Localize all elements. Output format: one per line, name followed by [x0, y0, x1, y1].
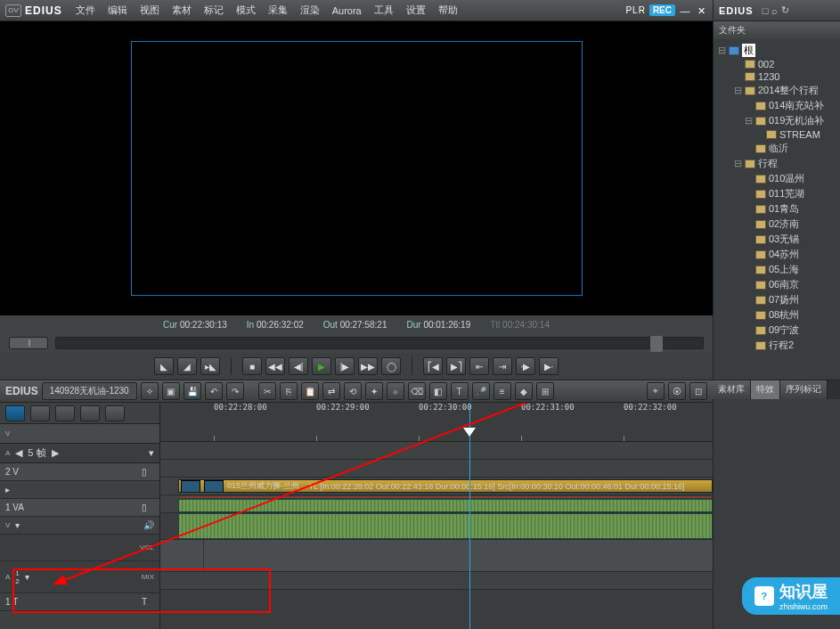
track-head-1t[interactable]: 1 T T: [0, 593, 159, 611]
marker-button[interactable]: ◆: [515, 382, 533, 400]
tree-toggle-icon[interactable]: [744, 219, 753, 230]
delete-button[interactable]: ⌫: [408, 382, 426, 400]
tree-toggle-icon[interactable]: [744, 295, 753, 306]
video-clip[interactable]: 015兰州威力狮-兰州 TL [In:00:22:28:02 Out:00:22…: [178, 479, 713, 493]
play-button[interactable]: ▶: [312, 357, 331, 375]
playhead[interactable]: [469, 403, 470, 629]
mode-ripple-button[interactable]: [80, 405, 100, 421]
tree-item[interactable]: 行程2: [717, 338, 836, 353]
tree-toggle-icon[interactable]: [744, 249, 753, 260]
goto-in-button[interactable]: ▸◣: [200, 357, 220, 375]
effects-button[interactable]: ≡: [493, 382, 511, 400]
timeline-ruler[interactable]: 00:22:28:00 00:22:29:00 00:22:30:00 00:2…: [160, 403, 713, 442]
mode-snap-button[interactable]: [105, 405, 125, 421]
group-button[interactable]: ⊡: [689, 382, 707, 400]
menu-mode[interactable]: 模式: [232, 4, 260, 17]
ripple-button[interactable]: ⇄: [322, 382, 340, 400]
replace-button[interactable]: ⟲: [344, 382, 362, 400]
tree-item[interactable]: 010温州: [717, 171, 836, 186]
copy-button[interactable]: ⎘: [280, 382, 298, 400]
shuttle-knob[interactable]: [9, 337, 48, 349]
tree-item[interactable]: 1230: [717, 70, 836, 83]
jump-prev-button[interactable]: ⇤: [469, 357, 489, 375]
zoom-next-button[interactable]: ▶: [52, 447, 59, 459]
slider-marker[interactable]: [650, 336, 663, 352]
search-icon[interactable]: ⌕: [771, 5, 778, 16]
tree-item[interactable]: 06南京: [717, 277, 836, 292]
tree-toggle-icon[interactable]: [744, 174, 753, 184]
track-row-1va-audio[interactable]: 015兰州威力狮-兰州 TL [In:00:22:28:02 Out:00:22…: [160, 495, 713, 513]
refresh-icon[interactable]: ↻: [781, 4, 789, 16]
tree-toggle-icon[interactable]: [744, 101, 753, 111]
tab-seq-markers[interactable]: 序列标记: [780, 380, 828, 399]
tree-item[interactable]: 08杭州: [717, 307, 836, 323]
render-button[interactable]: ⊞: [536, 382, 554, 400]
nudge-right-button[interactable]: ▶·: [539, 357, 559, 375]
menu-capture[interactable]: 采集: [264, 4, 292, 17]
menu-tools[interactable]: 工具: [370, 4, 398, 17]
stop-button[interactable]: ■: [242, 357, 262, 375]
menu-clip[interactable]: 素材: [167, 4, 196, 17]
folder-icon[interactable]: □: [763, 5, 769, 16]
track-head-1va-sub[interactable]: V ▾ 🔊: [0, 517, 159, 535]
video-toggle-icon[interactable]: ▯: [142, 502, 154, 513]
tree-item[interactable]: 014南充站补: [717, 98, 836, 113]
tree-toggle-icon[interactable]: [744, 265, 753, 275]
title-toggle-icon[interactable]: T: [142, 597, 154, 608]
track-row-1va-video[interactable]: 015兰州威力狮-兰州 TL [In:00:22:28:02 Out:00:22…: [160, 478, 713, 495]
undo-button[interactable]: ↶: [205, 382, 223, 400]
snap-button[interactable]: ⌖: [647, 382, 665, 400]
tree-toggle-icon[interactable]: [744, 143, 753, 154]
track-head-2v-sub[interactable]: ▸: [0, 481, 159, 499]
tree-item[interactable]: 01青岛: [717, 201, 836, 216]
expand-icon[interactable]: ▸: [5, 485, 10, 494]
menu-view[interactable]: 视图: [135, 4, 164, 17]
set-in-button[interactable]: ◣: [154, 357, 174, 375]
tree-toggle-icon[interactable]: [733, 71, 742, 82]
tree-item[interactable]: 02济南: [717, 216, 836, 232]
tree-toggle-icon[interactable]: [744, 340, 753, 351]
track-row-2v[interactable]: [160, 442, 713, 460]
menu-file[interactable]: 文件: [71, 4, 100, 17]
menu-help[interactable]: 帮助: [434, 4, 462, 17]
menu-edit[interactable]: 编辑: [103, 4, 132, 17]
tree-toggle-icon[interactable]: [744, 325, 753, 336]
tree-toggle-icon[interactable]: ⊟: [733, 158, 742, 169]
expand-icon[interactable]: ▾: [15, 520, 20, 530]
prev-edit-button[interactable]: ⎡◀: [423, 357, 443, 375]
menu-marker[interactable]: 标记: [200, 4, 228, 17]
tree-item[interactable]: 04苏州: [717, 247, 836, 262]
collapse-icon[interactable]: ⊟: [717, 45, 726, 56]
tree-item[interactable]: 05上海: [717, 262, 836, 277]
loop-button[interactable]: ◯: [381, 357, 401, 375]
forward-button[interactable]: ▶▶: [358, 357, 378, 375]
open-button[interactable]: ▣: [162, 382, 180, 400]
paste-button[interactable]: 📋: [301, 382, 319, 400]
tree-item[interactable]: 临沂: [717, 141, 836, 156]
prev-frame-button[interactable]: ◀|: [289, 357, 308, 375]
tree-item[interactable]: 011芜湖: [717, 186, 836, 201]
track-row-vol[interactable]: [160, 513, 713, 540]
tree-toggle-icon[interactable]: [744, 280, 753, 290]
expand-icon[interactable]: ▾: [25, 572, 29, 582]
transition-button[interactable]: ◧: [429, 382, 447, 400]
tree-item[interactable]: 03无锡: [717, 232, 836, 247]
close-button[interactable]: ✕: [695, 4, 707, 17]
track-head-vol[interactable]: VOL: [0, 535, 159, 561]
tree-root[interactable]: ⊟ 根: [717, 43, 836, 58]
split-button[interactable]: ✦: [365, 382, 383, 400]
speaker-icon[interactable]: 🔊: [143, 520, 154, 530]
trim-button[interactable]: ⟐: [387, 382, 404, 400]
tree-toggle-icon[interactable]: [744, 234, 753, 245]
track-row-1t[interactable]: [160, 572, 713, 590]
minimize-button[interactable]: —: [679, 4, 691, 17]
redo-button[interactable]: ↷: [226, 382, 244, 400]
rewind-button[interactable]: ◀◀: [265, 357, 285, 375]
audio-waveform[interactable]: [178, 513, 713, 539]
tree-item[interactable]: 002: [717, 58, 836, 70]
tree-toggle-icon[interactable]: ⊟: [744, 115, 753, 127]
track-head-2v[interactable]: 2 V ▯: [0, 463, 159, 481]
tree-toggle-icon[interactable]: [744, 189, 753, 200]
tree-toggle-icon[interactable]: [744, 204, 753, 215]
menu-render[interactable]: 渲染: [296, 4, 324, 17]
